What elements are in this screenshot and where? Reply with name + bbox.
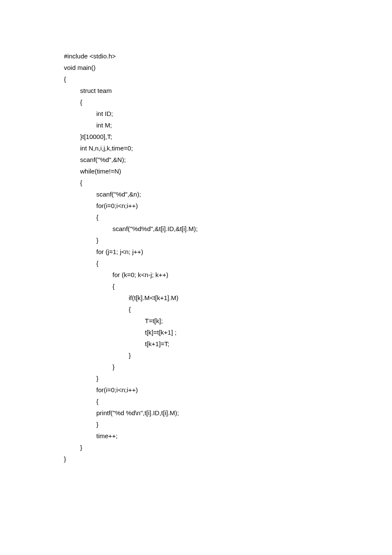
- code-line: t[k]=t[k+1] ;: [64, 327, 392, 338]
- code-line: #include <stdio.h>: [64, 50, 392, 62]
- code-line: while(time!=N): [64, 165, 392, 177]
- code-line: for(i=0;i<n;i++): [64, 384, 392, 396]
- code-line: scanf("%d%d",&t[i].ID,&t[i].M);: [64, 223, 392, 234]
- code-line: struct team: [64, 85, 392, 96]
- code-line: }: [64, 234, 392, 246]
- code-line: {: [64, 73, 392, 85]
- code-line: void main(): [64, 62, 392, 73]
- code-line: }: [64, 419, 392, 430]
- code-line: {: [64, 257, 392, 269]
- code-line: for (j=1; j<n; j++): [64, 246, 392, 257]
- code-line: for (k=0; k<n-j; k++): [64, 269, 392, 280]
- code-line: }: [64, 442, 392, 453]
- code-line: printf("%d %d\n",t[i].ID,t[i].M);: [64, 407, 392, 419]
- code-line: int N,n,i,j,k,time=0;: [64, 142, 392, 154]
- code-line: {: [64, 396, 392, 407]
- code-line: if(t[k].M<t[k+1].M): [64, 292, 392, 304]
- code-line: }: [64, 373, 392, 384]
- code-line: }: [64, 453, 392, 465]
- code-line: {: [64, 177, 392, 188]
- code-line: scanf("%d",&n);: [64, 188, 392, 200]
- code-line: scanf("%d",&N);: [64, 154, 392, 165]
- code-line: {: [64, 280, 392, 292]
- code-page: #include <stdio.h>void main(){struct tea…: [0, 0, 392, 465]
- code-line: }: [64, 361, 392, 373]
- code-line: T=t[k];: [64, 315, 392, 327]
- code-line: for(i=0;i<n;i++): [64, 200, 392, 211]
- code-line: time++;: [64, 430, 392, 442]
- code-line: {: [64, 96, 392, 108]
- code-line: {: [64, 211, 392, 223]
- code-line: }t[10000],T;: [64, 131, 392, 142]
- code-line: }: [64, 350, 392, 361]
- code-line: int M;: [64, 119, 392, 131]
- code-line: {: [64, 304, 392, 315]
- code-line: int ID;: [64, 108, 392, 119]
- code-line: t[k+1]=T;: [64, 338, 392, 350]
